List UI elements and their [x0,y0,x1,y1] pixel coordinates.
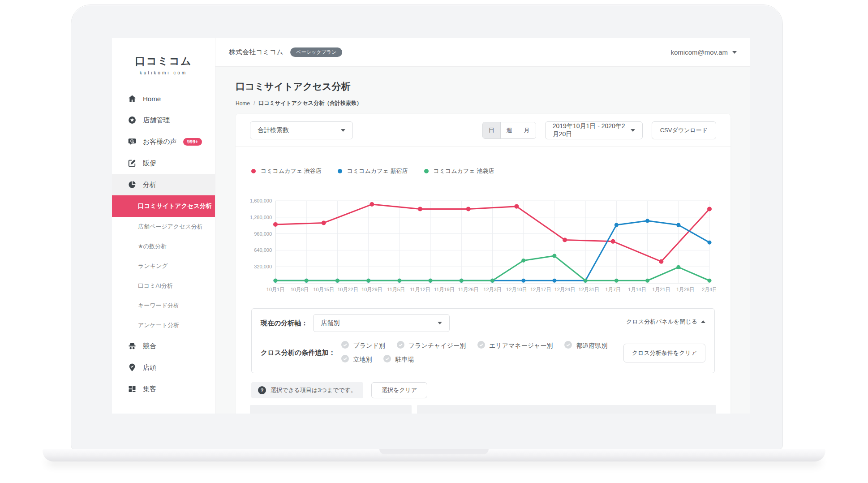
analysis-axis-select[interactable]: 店舗別 [313,314,450,332]
sidebar-item-attraction[interactable]: 集客 [112,378,215,400]
sidebar-item-promotion[interactable]: 販促 [112,152,215,174]
data-point[interactable] [614,279,619,283]
condition-checkbox-フランチャイジー別[interactable]: フランチャイジー別 [397,341,466,350]
close-cross-panel-link[interactable]: クロス分析パネルを閉じる [626,318,705,326]
account-menu[interactable]: komicom@mov.am [671,48,737,56]
data-point[interactable] [708,241,712,245]
breadcrumb-home-link[interactable]: Home [236,100,250,107]
data-point[interactable] [460,279,464,283]
condition-checkbox-ブランド別[interactable]: ブランド別 [341,341,385,350]
period-option-月[interactable]: 月 [518,122,536,138]
selection-note-text: 選択できる項目は3つまでです。 [271,386,357,394]
data-point[interactable] [707,207,712,211]
data-point[interactable] [676,265,680,269]
period-option-週[interactable]: 週 [501,122,518,138]
checkbox-circle-icon [477,341,485,350]
data-point[interactable] [584,279,588,283]
data-point[interactable] [708,279,712,283]
svg-text:1月7日: 1月7日 [606,287,621,292]
sidebar-item-customer-voice[interactable]: お客様の声999+ [112,131,215,152]
condition-label: ブランド別 [353,342,385,350]
sidebar-subitem-store-page-access[interactable]: 店舗ページアクセス分析 [112,217,215,237]
condition-label: エリアマネージャー別 [489,342,553,350]
condition-checkbox-エリアマネージャー別[interactable]: エリアマネージャー別 [477,341,553,350]
data-point[interactable] [614,223,619,227]
legend-dot [424,169,429,173]
clear-selection-button[interactable]: 選択をクリア [371,382,427,398]
data-point[interactable] [645,219,649,223]
selection-note: ? 選択できる項目は3つまでです。 [251,382,363,398]
legend-item: コミコムカフェ 渋谷店 [251,167,322,175]
condition-label: 駐車場 [395,356,414,364]
data-point[interactable] [370,202,374,207]
conditions-label: クロス分析の条件追加： [261,349,335,357]
svg-text:11月5日: 11月5日 [387,287,405,292]
svg-text:10月1日: 10月1日 [266,287,284,292]
period-option-日[interactable]: 日 [483,122,501,138]
data-point[interactable] [274,279,278,283]
store-icon [127,115,137,125]
data-point[interactable] [305,279,309,283]
competitor-icon [127,341,137,351]
table-header-cell [250,405,412,414]
sidebar-item-home[interactable]: Home [112,88,215,109]
sidebar-subitem-ranking[interactable]: ランキング [112,256,215,276]
condition-label: 立地別 [353,356,372,364]
storefront-icon [127,362,137,372]
condition-label: フランチャイジー別 [408,342,466,350]
sidebar-item-storefront[interactable]: 店頭 [112,357,215,378]
data-point[interactable] [490,279,494,283]
promo-icon [127,158,137,168]
analysis-card: 合計検索数 日週月 2019年10月1日 - 2020年2月20日 CSVダウン… [236,114,730,414]
sidebar-item-store-management[interactable]: 店舗管理 [112,109,215,131]
data-point[interactable] [429,279,433,283]
metric-select[interactable]: 合計検索数 [250,121,353,139]
data-point[interactable] [676,223,680,227]
sidebar-item-competitors[interactable]: 競合 [112,335,215,357]
data-point[interactable] [563,237,567,242]
date-range-value: 2019年10月1日 - 2020年2月20日 [553,122,631,138]
notification-badge: 999+ [183,138,202,146]
sidebar-subitem-keyword[interactable]: キーワード分析 [112,296,215,315]
data-point[interactable] [552,279,556,283]
checkbox-circle-icon [341,341,349,350]
data-point[interactable] [645,279,649,283]
sidebar-subitem-label: ★の数分析 [138,242,167,250]
account-email: komicom@mov.am [671,48,728,56]
legend-dot [338,169,342,173]
data-point[interactable] [521,279,525,283]
sidebar-item-label: 分析 [143,181,156,189]
sidebar-subitem-review-site-access[interactable]: 口コミサイトアクセス分析 [112,195,215,217]
svg-text:12月31日: 12月31日 [579,287,599,292]
data-point[interactable] [366,279,370,283]
sidebar-subitem-review-ai[interactable]: 口コミAI分析 [112,276,215,296]
data-point[interactable] [397,279,401,283]
help-icon: ? [258,386,266,394]
condition-checkbox-立地別[interactable]: 立地別 [341,355,372,364]
condition-checkbox-駐車場[interactable]: 駐車場 [383,355,414,364]
sidebar-subitem-star-count[interactable]: ★の数分析 [112,237,215,256]
data-point[interactable] [418,207,422,211]
csv-download-button[interactable]: CSVダウンロード [652,121,716,139]
data-point[interactable] [273,222,278,227]
data-point[interactable] [322,220,326,225]
chart-svg: 320,000640,000960,0001,280,0001,600,0001… [250,197,716,295]
data-point[interactable] [659,259,663,264]
data-point[interactable] [514,204,519,209]
data-point[interactable] [335,279,339,283]
sidebar-item-analysis[interactable]: 分析 [112,174,215,195]
data-point[interactable] [552,254,556,258]
data-point[interactable] [611,239,615,244]
sidebar-item-label: Home [143,95,161,103]
sidebar-subitem-survey[interactable]: アンケート分析 [112,315,215,335]
clear-cross-conditions-button[interactable]: クロス分析条件をクリア [623,344,705,362]
data-point[interactable] [521,259,525,263]
data-point[interactable] [466,207,471,211]
condition-checkbox-都道府県別[interactable]: 都道府県別 [564,341,607,350]
date-range-select[interactable]: 2019年10月1日 - 2020年2月20日 [545,121,643,139]
checkbox-circle-icon [564,341,572,350]
sidebar-subitem-label: 口コミAI分析 [138,282,173,290]
sidebar-item-label: 店頭 [143,363,156,372]
checkbox-circle-icon [397,341,404,350]
chevron-down-icon [631,129,635,132]
